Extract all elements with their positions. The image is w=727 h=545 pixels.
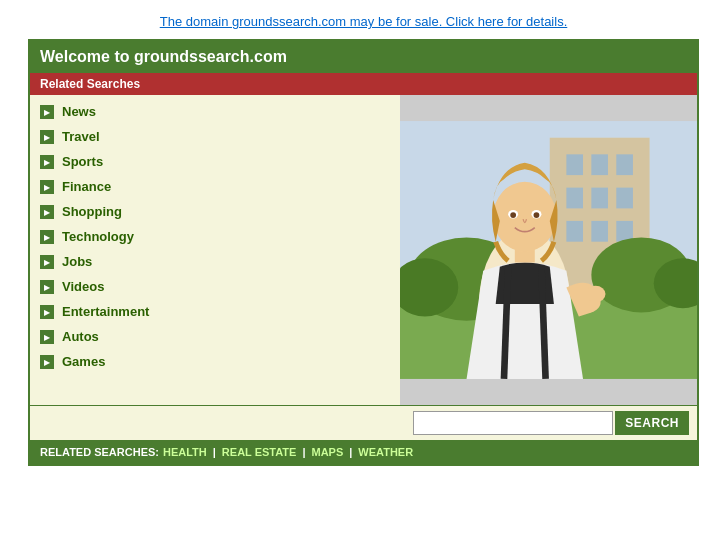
links-column: NewsTravelSportsFinanceShoppingTechnolog… (30, 95, 400, 405)
separator: | (349, 446, 352, 458)
svg-rect-2 (566, 154, 583, 175)
svg-point-23 (586, 286, 606, 303)
svg-rect-9 (591, 221, 608, 242)
nav-link[interactable]: Games (62, 354, 105, 369)
separator: | (213, 446, 216, 458)
bottom-link[interactable]: REAL ESTATE (222, 446, 297, 458)
list-item[interactable]: Entertainment (30, 299, 400, 324)
svg-rect-3 (591, 154, 608, 175)
nav-link[interactable]: Jobs (62, 254, 92, 269)
bottom-bar: RELATED SEARCHES: HEALTH | REAL ESTATE |… (30, 440, 697, 464)
arrow-icon (40, 130, 54, 144)
arrow-icon (40, 355, 54, 369)
arrow-icon (40, 280, 54, 294)
list-item[interactable]: Finance (30, 174, 400, 199)
top-banner: The domain groundssearch.com may be for … (0, 0, 727, 39)
svg-point-21 (510, 212, 516, 218)
list-item[interactable]: Videos (30, 274, 400, 299)
nav-link[interactable]: Finance (62, 179, 111, 194)
search-button[interactable]: SEARCH (615, 411, 689, 435)
svg-rect-6 (591, 188, 608, 209)
arrow-icon (40, 180, 54, 194)
list-item[interactable]: Games (30, 349, 400, 374)
nav-link[interactable]: Autos (62, 329, 99, 344)
arrow-icon (40, 205, 54, 219)
list-item[interactable]: News (30, 99, 400, 124)
related-searches-label: Related Searches (40, 77, 140, 91)
bottom-bar-label: RELATED SEARCHES: (40, 446, 159, 458)
list-item[interactable]: Shopping (30, 199, 400, 224)
svg-point-18 (493, 182, 556, 252)
bottom-link[interactable]: WEATHER (358, 446, 413, 458)
svg-rect-5 (566, 188, 583, 209)
arrow-icon (40, 155, 54, 169)
arrow-icon (40, 330, 54, 344)
nav-link[interactable]: Technology (62, 229, 134, 244)
list-item[interactable]: Sports (30, 149, 400, 174)
nav-link[interactable]: Entertainment (62, 304, 149, 319)
nav-link[interactable]: Shopping (62, 204, 122, 219)
site-title: Welcome to groundssearch.com (40, 48, 287, 65)
list-item[interactable]: Travel (30, 124, 400, 149)
domain-sale-link[interactable]: The domain groundssearch.com may be for … (160, 14, 568, 29)
list-item[interactable]: Autos (30, 324, 400, 349)
arrow-icon (40, 255, 54, 269)
nav-link[interactable]: News (62, 104, 96, 119)
arrow-icon (40, 105, 54, 119)
svg-point-22 (534, 212, 540, 218)
arrow-icon (40, 230, 54, 244)
site-header: Welcome to groundssearch.com (30, 41, 697, 73)
svg-rect-7 (616, 188, 633, 209)
search-bar-row: SEARCH (30, 405, 697, 440)
search-input[interactable] (413, 411, 613, 435)
list-item[interactable]: Jobs (30, 249, 400, 274)
arrow-icon (40, 305, 54, 319)
bottom-link[interactable]: HEALTH (163, 446, 207, 458)
content-area: NewsTravelSportsFinanceShoppingTechnolog… (30, 95, 697, 405)
svg-rect-4 (616, 154, 633, 175)
main-container: Welcome to groundssearch.com Related Sea… (28, 39, 699, 466)
hero-image (400, 95, 697, 405)
svg-rect-8 (566, 221, 583, 242)
list-item[interactable]: Technology (30, 224, 400, 249)
separator: | (302, 446, 305, 458)
related-searches-bar: Related Searches (30, 73, 697, 95)
bottom-link[interactable]: MAPS (312, 446, 344, 458)
nav-link[interactable]: Travel (62, 129, 100, 144)
nav-link[interactable]: Videos (62, 279, 104, 294)
nav-link[interactable]: Sports (62, 154, 103, 169)
